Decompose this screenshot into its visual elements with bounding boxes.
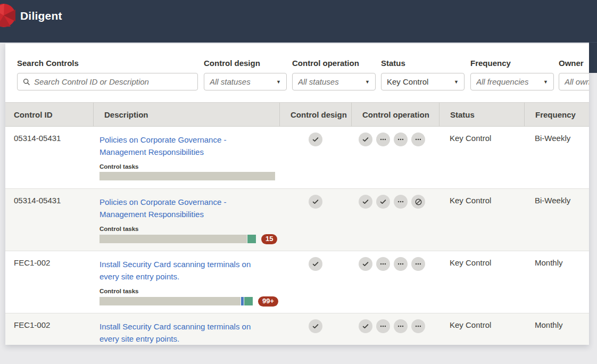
- frequency-dropdown[interactable]: All frequencies ▼: [470, 73, 554, 90]
- check-icon[interactable]: [309, 133, 322, 146]
- status-value: Key Control: [439, 127, 524, 188]
- column-header-status[interactable]: Status: [439, 103, 524, 126]
- control-design-indicators: [279, 127, 351, 188]
- chevron-down-icon: ▼: [454, 79, 459, 85]
- check-icon[interactable]: [359, 133, 372, 146]
- check-icon[interactable]: [359, 319, 372, 333]
- controls-table: Control ID Description Control design Co…: [5, 102, 589, 345]
- control-design-dropdown[interactable]: All statuses ▼: [204, 73, 287, 90]
- search-input-box[interactable]: [17, 73, 198, 90]
- frequency-dropdown-value: All frequencies: [476, 77, 528, 86]
- ellipsis-icon[interactable]: [411, 319, 425, 333]
- status-filter-group: Status Key Control ▼: [381, 59, 465, 90]
- ellipsis-icon[interactable]: [411, 257, 425, 271]
- frequency-value: Monthly: [524, 313, 589, 345]
- control-operation-dropdown-value: All statuses: [298, 77, 339, 86]
- table-row: FEC1-002 Install Security Card scanning …: [5, 313, 589, 345]
- status-value: Key Control: [439, 313, 524, 345]
- ellipsis-icon[interactable]: [376, 133, 390, 146]
- description-link[interactable]: Install Security Card scanning terminals…: [100, 320, 272, 345]
- ellipsis-icon[interactable]: [411, 133, 425, 146]
- table-header-row: Control ID Description Control design Co…: [5, 102, 589, 127]
- description-link[interactable]: Policies on Corporate Governance - Manag…: [100, 134, 272, 159]
- check-icon[interactable]: [309, 257, 322, 271]
- status-dropdown-value: Key Control: [387, 77, 428, 86]
- control-operation-indicators: [351, 189, 439, 251]
- status-value: Key Control: [439, 189, 524, 251]
- progress-segment-gray: [100, 235, 247, 243]
- frequency-filter-group: Frequency All frequencies ▼: [470, 59, 554, 90]
- search-controls-label: Search Controls: [17, 59, 198, 68]
- owner-dropdown[interactable]: All owners ▼: [559, 73, 589, 90]
- frequency-value: Bi-Weekly: [524, 127, 589, 188]
- controls-panel: Search Controls Control design All statu…: [5, 44, 589, 345]
- control-operation-dropdown[interactable]: All statuses ▼: [292, 73, 376, 90]
- check-icon[interactable]: [309, 195, 322, 209]
- control-design-indicators: [279, 251, 351, 313]
- ellipsis-icon[interactable]: [394, 195, 408, 209]
- status-value: Key Control: [439, 251, 524, 313]
- check-icon[interactable]: [376, 195, 390, 209]
- control-tasks: Control tasks 99+: [100, 288, 272, 307]
- control-operation-indicators: [351, 313, 439, 345]
- check-icon[interactable]: [309, 319, 322, 333]
- column-header-frequency[interactable]: Frequency: [524, 103, 589, 126]
- chevron-down-icon: ▼: [276, 79, 281, 85]
- control-tasks-progress-bar: [100, 235, 256, 243]
- control-operation-filter-label: Control operation: [292, 59, 376, 68]
- diligent-logo-icon: [0, 3, 16, 28]
- chevron-down-icon: ▼: [365, 79, 370, 85]
- progress-segment-green: [244, 297, 253, 305]
- frequency-value: Monthly: [524, 251, 589, 313]
- topbar-right-extension: [589, 43, 597, 73]
- control-id: FEC1-002: [5, 251, 93, 313]
- control-design-indicators: [279, 313, 351, 345]
- brand-name: Diligent: [20, 10, 62, 22]
- control-tasks: Control tasks: [100, 163, 272, 180]
- progress-segment-blue: [241, 297, 244, 305]
- column-header-control-design[interactable]: Control design: [279, 103, 351, 126]
- progress-segment-gray: [100, 172, 275, 180]
- ellipsis-icon[interactable]: [394, 319, 408, 333]
- search-controls-group: Search Controls: [17, 59, 198, 90]
- owner-filter-group: Owner All owners ▼: [559, 59, 589, 90]
- control-operation-indicators: [351, 251, 439, 313]
- control-tasks-label: Control tasks: [100, 163, 272, 170]
- status-dropdown[interactable]: Key Control ▼: [381, 73, 465, 90]
- owner-filter-label: Owner: [559, 59, 589, 68]
- ellipsis-icon[interactable]: [394, 133, 408, 146]
- progress-segment-green: [247, 235, 256, 243]
- control-design-filter-group: Control design All statuses ▼: [204, 59, 287, 90]
- chevron-down-icon: ▼: [543, 79, 548, 85]
- column-header-description[interactable]: Description: [93, 103, 279, 126]
- control-tasks: Control tasks 15: [100, 226, 272, 244]
- frequency-value: Bi-Weekly: [524, 189, 589, 251]
- ellipsis-icon[interactable]: [394, 257, 408, 271]
- control-id: FEC1-002: [5, 313, 93, 345]
- control-design-indicators: [279, 189, 351, 251]
- description-link[interactable]: Policies on Corporate Governance - Manag…: [100, 196, 272, 221]
- control-tasks-progress-bar: [100, 297, 253, 305]
- control-design-dropdown-value: All statuses: [210, 77, 251, 86]
- search-input[interactable]: [34, 77, 192, 86]
- column-header-control-id[interactable]: Control ID: [5, 103, 93, 126]
- ellipsis-icon[interactable]: [376, 257, 390, 271]
- check-icon[interactable]: [359, 195, 372, 209]
- control-tasks-progress-bar: [100, 172, 275, 180]
- status-filter-label: Status: [381, 59, 465, 68]
- control-design-filter-label: Control design: [204, 59, 287, 68]
- control-tasks-label: Control tasks: [100, 226, 272, 232]
- description-link[interactable]: Install Security Card scanning terminals…: [100, 258, 272, 283]
- control-tasks-label: Control tasks: [100, 288, 272, 294]
- ellipsis-icon[interactable]: [376, 319, 390, 333]
- control-id: 05314-05431: [5, 127, 93, 188]
- prohibited-icon[interactable]: [411, 195, 425, 209]
- table-row: 05314-05431 Policies on Corporate Govern…: [5, 127, 589, 189]
- check-icon[interactable]: [359, 257, 372, 271]
- overdue-count-badge: 99+: [258, 296, 278, 307]
- overdue-count-badge: 15: [261, 234, 277, 244]
- table-row: FEC1-002 Install Security Card scanning …: [5, 251, 589, 313]
- search-icon: [23, 78, 30, 86]
- frequency-filter-label: Frequency: [470, 59, 554, 68]
- column-header-control-operation[interactable]: Control operation: [351, 103, 439, 126]
